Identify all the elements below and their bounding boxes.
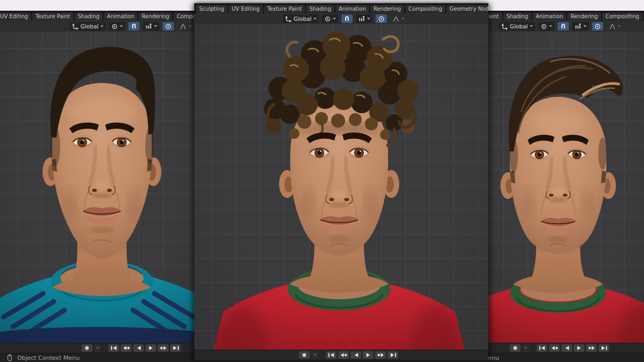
snap-magnet-icon <box>130 23 137 30</box>
proportional-falloff-icon <box>179 23 187 30</box>
workspace-tab[interactable]: Texture Paint <box>32 12 74 21</box>
transform-orientation-dropdown[interactable]: Global <box>499 22 535 31</box>
viewport-3d[interactable] <box>194 24 488 350</box>
snap-settings-dropdown[interactable] <box>143 22 159 31</box>
workspace-tab[interactable]: Animation <box>104 12 137 21</box>
previous-keyframe-icon <box>551 345 558 351</box>
snap-toggle[interactable] <box>341 14 353 23</box>
workspace-tab[interactable]: Shading <box>75 12 103 21</box>
play-button[interactable] <box>145 344 156 352</box>
auto-key-icon <box>513 345 518 351</box>
viewport-3d[interactable] <box>486 32 644 343</box>
snap-target-icon <box>358 16 365 23</box>
workspace-tab[interactable]: Texture Paint <box>264 5 305 13</box>
play-reverse-button[interactable] <box>561 344 572 352</box>
snap-magnet-icon <box>343 16 350 23</box>
pivot-point-dropdown[interactable] <box>538 22 554 31</box>
play-reverse-button[interactable] <box>350 351 361 359</box>
jump-to-end-button[interactable] <box>170 344 181 352</box>
head-model-teal-jersey <box>0 32 197 343</box>
previous-keyframe-button[interactable] <box>549 344 560 352</box>
orientation-label: Global <box>294 16 312 22</box>
workspace-tab[interactable]: Rendering <box>370 5 404 13</box>
snap-toggle[interactable] <box>128 22 140 31</box>
proportional-falloff-dropdown[interactable] <box>390 14 407 23</box>
auto-key-button[interactable] <box>299 351 310 359</box>
workspace-tab[interactable]: Animation <box>335 5 369 13</box>
next-keyframe-icon <box>588 345 595 351</box>
play-reverse-button[interactable] <box>133 344 144 352</box>
workspace-tab[interactable]: Animation <box>532 12 566 21</box>
snap-settings-dropdown[interactable] <box>572 22 589 31</box>
jump-to-start-button[interactable] <box>108 344 119 352</box>
play-reverse-icon <box>135 345 142 351</box>
jump-to-start-icon <box>539 345 546 351</box>
auto-key-icon <box>302 352 307 358</box>
workspace-tab[interactable]: UV Editing <box>229 5 263 13</box>
auto-key-dropdown[interactable] <box>311 351 318 359</box>
viewport-header: Global <box>194 13 488 24</box>
next-keyframe-button[interactable] <box>158 344 169 352</box>
viewport-3d[interactable] <box>0 32 197 343</box>
previous-keyframe-icon <box>123 345 130 351</box>
workspace-tab[interactable]: Rendering <box>138 12 172 21</box>
play-button[interactable] <box>363 351 374 359</box>
workspace-tab[interactable]: Shading <box>306 5 334 13</box>
workspace-tabbar: UV EditingTexture PaintShadingAnimationR… <box>0 11 197 21</box>
jump-to-start-button[interactable] <box>537 344 547 352</box>
snap-target-icon <box>145 23 152 30</box>
pivot-point-icon <box>111 23 118 30</box>
previous-keyframe-button[interactable] <box>338 351 349 359</box>
jump-to-start-icon <box>111 345 118 351</box>
snap-toggle[interactable] <box>558 22 569 31</box>
blender-window-right: Texture PaintShadingAnimationRenderingCo… <box>486 11 644 362</box>
snap-settings-dropdown[interactable] <box>356 14 372 23</box>
head-model-swept-portugal-jersey <box>486 32 644 343</box>
proportional-falloff-dropdown[interactable] <box>177 22 194 31</box>
snap-magnet-icon <box>560 23 567 30</box>
jump-to-end-button[interactable] <box>387 351 398 359</box>
swept-hair <box>509 56 623 183</box>
jump-to-start-button[interactable] <box>326 351 336 359</box>
workspace-tab[interactable]: UV Editing <box>0 12 31 21</box>
pivot-point-dropdown[interactable] <box>109 22 125 31</box>
play-button[interactable] <box>574 344 584 352</box>
proportional-editing-toggle[interactable] <box>163 22 174 31</box>
orientation-label: Global <box>80 23 99 29</box>
auto-key-dropdown[interactable] <box>522 344 529 352</box>
proportional-falloff-dropdown[interactable] <box>606 22 623 31</box>
chevron-down-icon <box>96 347 99 349</box>
pivot-point-icon <box>540 23 547 30</box>
status-hint: Object Context Menu <box>17 354 79 361</box>
status-bar-collapsed <box>194 360 488 362</box>
next-keyframe-button[interactable] <box>375 351 386 359</box>
timeline-bar <box>0 343 197 353</box>
proportional-falloff-icon <box>392 16 400 23</box>
workspace-tab[interactable]: Sculpting <box>196 5 228 13</box>
proportional-editing-toggle[interactable] <box>376 14 387 23</box>
workspace-tab[interactable]: Shading <box>503 12 532 21</box>
workspace-tab[interactable]: Rendering <box>567 12 601 21</box>
transform-orientation-dropdown[interactable]: Global <box>283 14 319 23</box>
blender-window-left: UV EditingTexture PaintShadingAnimationR… <box>0 11 197 362</box>
auto-key-button[interactable] <box>82 344 92 352</box>
workspace-tab[interactable]: Geometry Nodes <box>447 5 488 13</box>
workspace-tab[interactable]: Compositing <box>602 12 642 21</box>
timeline-bar <box>486 343 644 353</box>
workspace-tab[interactable]: Compositing <box>405 5 445 13</box>
auto-key-button[interactable] <box>510 344 521 352</box>
chevron-down-icon <box>154 25 157 27</box>
jump-to-end-button[interactable] <box>598 344 609 352</box>
blender-window-middle: SculptingUV EditingTexture PaintShadingA… <box>194 3 488 362</box>
previous-keyframe-button[interactable] <box>121 344 131 352</box>
head-model-curly-portugal-jersey <box>194 24 488 350</box>
transform-orientation-dropdown[interactable]: Global <box>70 22 106 31</box>
proportional-editing-toggle[interactable] <box>592 22 603 31</box>
auto-key-dropdown[interactable] <box>94 344 101 352</box>
pivot-point-icon <box>324 16 331 23</box>
pivot-point-dropdown[interactable] <box>322 14 338 23</box>
chevron-down-icon <box>367 18 370 20</box>
next-keyframe-button[interactable] <box>586 344 597 352</box>
chevron-down-icon <box>549 25 552 27</box>
mouse-icon <box>6 354 13 361</box>
